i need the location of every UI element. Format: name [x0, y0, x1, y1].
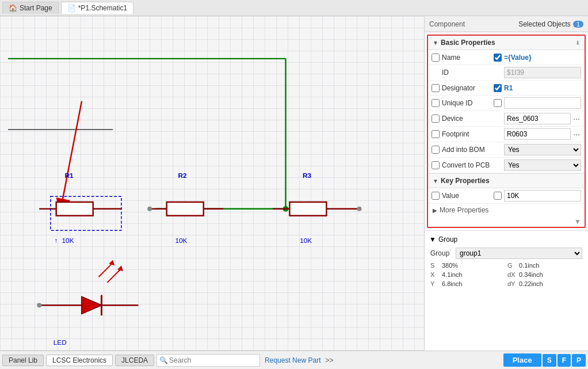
device-checkbox[interactable]: [432, 115, 440, 123]
tab-jlceda[interactable]: JLCEDA: [115, 355, 154, 366]
scroll-down-icon: ▼: [574, 218, 581, 226]
id-value: [504, 67, 581, 78]
prop-row-value: Value: [428, 188, 585, 204]
value-field[interactable]: [504, 190, 581, 201]
prop-row-name: Name ={Value}: [428, 50, 585, 65]
prop-row-footprint: Footprint ···: [428, 127, 585, 142]
dx-label: dX: [507, 271, 518, 278]
more-properties-row[interactable]: ▶ More Properties: [428, 204, 585, 216]
value-label: Value: [442, 192, 494, 200]
tab-schematic[interactable]: 📄 *P1.Schematic1: [61, 2, 133, 14]
unique-id-visible-checkbox[interactable]: [494, 99, 502, 107]
prop-row-add-bom: Add into BOM Yes No: [428, 142, 585, 158]
add-bom-label: Add into BOM: [442, 146, 494, 154]
svg-text:↑: ↑: [55, 237, 58, 245]
svg-point-34: [37, 303, 41, 307]
svg-text:LED: LED: [54, 338, 67, 347]
convert-pcb-select[interactable]: Yes No: [504, 159, 581, 171]
g-label: G: [507, 262, 518, 269]
canvas-area[interactable]: R1 10K ↑ R2 10K R3 10K: [0, 16, 424, 351]
tab-lcsc[interactable]: LCSC Electronics: [46, 355, 113, 366]
add-bom-select[interactable]: Yes No: [504, 144, 581, 155]
p-button[interactable]: P: [572, 354, 586, 367]
coord-dx: dX 0.34inch: [507, 271, 582, 278]
svg-point-25: [357, 207, 362, 211]
f-button[interactable]: F: [558, 354, 571, 367]
convert-pcb-checkbox[interactable]: [432, 161, 440, 169]
coords-row-1: S 380% G 0.1inch: [427, 261, 586, 270]
name-label: Name: [442, 54, 494, 62]
svg-line-26: [99, 263, 113, 277]
value-checkbox[interactable]: [432, 192, 440, 200]
key-properties-title: Key Properties: [441, 177, 490, 185]
group-section-header[interactable]: ▼ Group: [427, 233, 586, 246]
svg-point-19: [147, 207, 152, 211]
x-value: 4.1inch: [442, 271, 462, 278]
coord-x: X 4.1inch: [430, 271, 505, 278]
svg-text:10K: 10K: [300, 237, 312, 245]
svg-text:10K: 10K: [62, 237, 74, 245]
name-checkbox[interactable]: [432, 54, 440, 62]
group-section: ▼ Group Group group1 S 380% G 0.1inch: [425, 230, 588, 291]
prop-row-convert-pcb: Convert to PCB Yes No: [428, 158, 585, 173]
tab-start[interactable]: 🏠 Start Page: [2, 2, 59, 14]
unique-id-field[interactable]: [504, 97, 581, 109]
designator-label: Designator: [442, 84, 494, 92]
s-label: S: [430, 262, 441, 269]
more-props-arrow: ▶: [433, 207, 437, 214]
main-content: R1 10K ↑ R2 10K R3 10K: [0, 16, 588, 351]
search-box[interactable]: 🔍: [156, 354, 260, 367]
tab-start-label: Start Page: [20, 4, 52, 12]
coord-s: S 380%: [430, 262, 505, 269]
designator-checkbox[interactable]: [432, 84, 440, 92]
key-properties-header[interactable]: ▼ Key Properties: [428, 173, 585, 188]
footprint-value: ···: [504, 128, 581, 140]
name-field-value: ={Value}: [504, 54, 532, 62]
value-visible-checkbox[interactable]: [494, 192, 502, 200]
tab-panel-lib[interactable]: Panel Lib: [2, 355, 44, 366]
tab-schematic-label: *P1.Schematic1: [78, 4, 127, 12]
place-button[interactable]: Place: [503, 353, 541, 367]
bottom-bar: Panel Lib LCSC Electronics JLCEDA 🔍 Requ…: [0, 351, 588, 369]
footprint-field[interactable]: [504, 128, 571, 140]
prop-row-unique-id: Unique ID: [428, 96, 585, 111]
svg-marker-31: [82, 296, 101, 314]
svg-marker-27: [109, 260, 114, 265]
footprint-dots-button[interactable]: ···: [572, 130, 581, 139]
svg-text:10K: 10K: [175, 237, 187, 245]
coord-g: G 0.1inch: [507, 262, 582, 269]
basic-properties-header[interactable]: ▼ Basic Properties ⬇: [428, 36, 585, 50]
svg-line-5: [62, 101, 82, 203]
footprint-label: Footprint: [442, 130, 494, 138]
search-input[interactable]: [169, 356, 257, 364]
request-new-part-link[interactable]: Request New Part: [265, 356, 320, 364]
svg-text:↑: ↑: [54, 348, 57, 351]
footprint-checkbox[interactable]: [432, 130, 440, 138]
y-value: 6.8inch: [442, 280, 462, 287]
svg-rect-9: [56, 202, 93, 216]
unique-id-checkbox[interactable]: [432, 99, 440, 107]
device-field[interactable]: [504, 113, 571, 124]
designator-visible-checkbox[interactable]: [494, 84, 502, 92]
convert-pcb-label: Convert to PCB: [442, 161, 494, 169]
device-dots-button[interactable]: ···: [572, 114, 581, 123]
file-icon: 📄: [67, 4, 76, 12]
component-label: Component: [429, 20, 465, 28]
nav-arrows[interactable]: >>: [323, 356, 335, 364]
name-value: ={Value}: [504, 54, 581, 62]
id-field[interactable]: [504, 67, 581, 78]
g-value: 0.1inch: [519, 262, 539, 269]
more-properties-label: More Properties: [440, 206, 488, 214]
right-panel: Component Selected Objects 1 ▼ Basic Pro…: [424, 16, 588, 351]
add-bom-checkbox[interactable]: [432, 146, 440, 154]
coords-row-2: X 4.1inch dX 0.34inch: [427, 270, 586, 279]
footprint-field-container: ···: [504, 128, 581, 140]
convert-pcb-value: Yes No: [504, 159, 581, 171]
coord-dy: dY 0.22inch: [507, 280, 582, 287]
name-visible-checkbox[interactable]: [494, 54, 502, 62]
group-select[interactable]: group1: [456, 248, 582, 259]
basic-properties-title: Basic Properties: [441, 39, 495, 47]
device-label: Device: [442, 115, 494, 123]
svg-text:R1: R1: [64, 172, 74, 180]
s-button[interactable]: S: [543, 354, 556, 367]
